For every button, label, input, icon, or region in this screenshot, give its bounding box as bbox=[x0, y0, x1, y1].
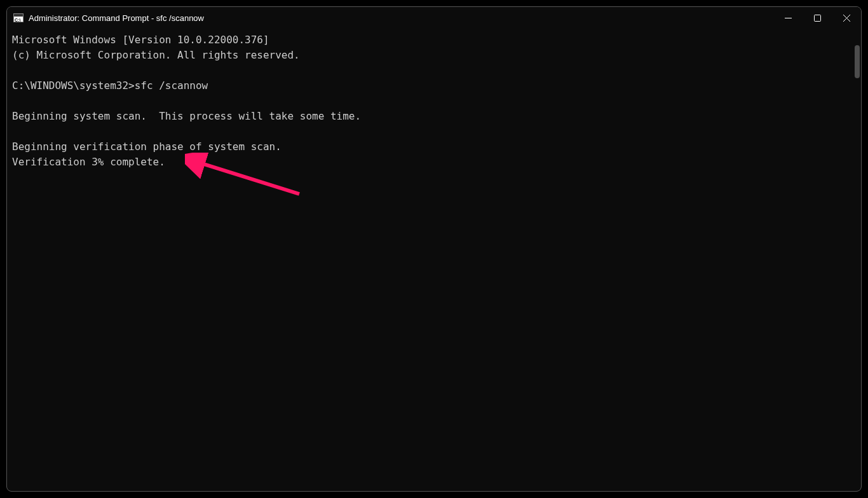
minimize-icon bbox=[785, 15, 792, 22]
minimize-button[interactable] bbox=[773, 7, 803, 29]
svg-line-5 bbox=[198, 162, 299, 194]
output-line: (c) Microsoft Corporation. All rights re… bbox=[12, 49, 300, 61]
cmd-icon-label: C:\ bbox=[15, 18, 20, 22]
maximize-button[interactable] bbox=[803, 7, 832, 29]
close-icon bbox=[843, 15, 850, 22]
output-line: Beginning verification phase of system s… bbox=[12, 141, 281, 153]
titlebar[interactable]: C:\ Administrator: Command Prompt - sfc … bbox=[7, 7, 861, 29]
command-prompt-window: C:\ Administrator: Command Prompt - sfc … bbox=[6, 6, 862, 492]
output-line: Beginning system scan. This process will… bbox=[12, 110, 361, 122]
output-line: Verification 3% complete. bbox=[12, 156, 165, 168]
scrollbar-thumb[interactable] bbox=[855, 45, 860, 78]
window-controls bbox=[773, 7, 861, 29]
annotation-arrow bbox=[185, 153, 312, 204]
scrollbar[interactable] bbox=[853, 30, 860, 490]
cmd-icon: C:\ bbox=[13, 13, 24, 22]
maximize-icon bbox=[814, 15, 821, 22]
terminal-output[interactable]: Microsoft Windows [Version 10.0.22000.37… bbox=[7, 29, 861, 491]
svg-rect-1 bbox=[814, 15, 820, 21]
window-title: Administrator: Command Prompt - sfc /sca… bbox=[29, 13, 204, 23]
close-button[interactable] bbox=[832, 7, 861, 29]
prompt-line: C:\WINDOWS\system32>sfc /scannow bbox=[12, 80, 208, 92]
output-line: Microsoft Windows [Version 10.0.22000.37… bbox=[12, 34, 269, 46]
